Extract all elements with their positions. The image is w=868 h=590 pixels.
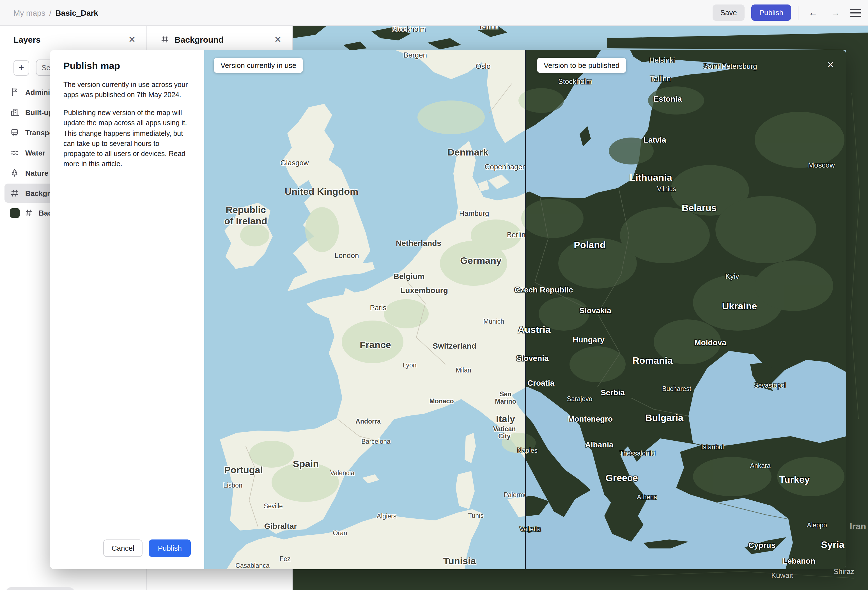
publish-map-dialog: Publish map The version currently in use… xyxy=(50,50,846,569)
zoom-control-pill[interactable] xyxy=(6,587,75,590)
breadcrumb: My maps / Basic_Dark xyxy=(13,8,98,17)
dialog-paragraph-1: The version currently in use across your… xyxy=(63,80,191,100)
breadcrumb-separator: / xyxy=(49,8,52,17)
current-version-chip: Version currently in use xyxy=(214,58,303,73)
waves-icon xyxy=(10,148,19,157)
map-preview-published[interactable]: Version to be published × xyxy=(525,50,846,569)
map-preview-current[interactable]: BergenOsloGlasgowDenmarkCopenhagenUnited… xyxy=(204,50,525,569)
dialog-text-column: Publish map The version currently in use… xyxy=(50,50,204,569)
version-comparison: BergenOsloGlasgowDenmarkCopenhagenUnited… xyxy=(204,50,846,569)
dialog-title: Publish map xyxy=(63,61,191,72)
background-panel-close-icon[interactable]: × xyxy=(275,34,281,45)
layer-color-swatch xyxy=(10,208,20,217)
toolbar-divider xyxy=(798,6,799,19)
layer-item-label: Built-up xyxy=(25,108,53,117)
publish-button-topbar[interactable]: Publish xyxy=(751,4,791,21)
top-bar: My maps / Basic_Dark Save Publish ← → xyxy=(0,0,868,26)
breadcrumb-my-maps[interactable]: My maps xyxy=(13,8,46,17)
grid-icon xyxy=(161,35,170,44)
tree-icon xyxy=(10,169,19,177)
compare-close-icon[interactable]: × xyxy=(827,59,834,70)
background-panel-title: Background xyxy=(174,34,224,44)
bus-icon xyxy=(10,128,19,137)
cancel-button[interactable]: Cancel xyxy=(103,540,143,557)
buildings-icon xyxy=(10,108,19,117)
app-window: My maps / Basic_Dark Save Publish ← → xyxy=(0,0,868,590)
main-content: StockholmTallinnIranShirazKuwait Layers … xyxy=(0,26,868,590)
redo-arrow-icon: → xyxy=(828,7,843,18)
layers-panel-title: Layers xyxy=(13,34,41,44)
grid-icon-small xyxy=(25,209,34,217)
add-layer-button[interactable]: + xyxy=(13,60,29,75)
light-map xyxy=(204,50,525,569)
published-version-chip: Version to be published xyxy=(537,58,626,73)
layer-item-label: Nature xyxy=(25,169,48,177)
dialog-paragraph-2-end: . xyxy=(120,160,122,168)
layers-panel-close-icon[interactable]: × xyxy=(129,34,135,45)
grid-icon xyxy=(10,189,19,198)
dialog-paragraph-2: Publishing new version of the map will u… xyxy=(63,108,191,169)
this-article-link[interactable]: this article xyxy=(89,160,120,168)
publish-button-dialog[interactable]: Publish xyxy=(149,540,191,557)
menu-icon[interactable] xyxy=(850,9,861,16)
layer-item-label: Water xyxy=(25,148,45,157)
breadcrumb-current-map: Basic_Dark xyxy=(55,8,98,17)
flag-icon xyxy=(10,87,19,96)
dialog-paragraph-2-text: Publishing new version of the map will u… xyxy=(63,109,187,168)
dark-map xyxy=(525,50,846,569)
undo-arrow-icon[interactable]: ← xyxy=(805,7,821,18)
save-button[interactable]: Save xyxy=(712,4,745,21)
